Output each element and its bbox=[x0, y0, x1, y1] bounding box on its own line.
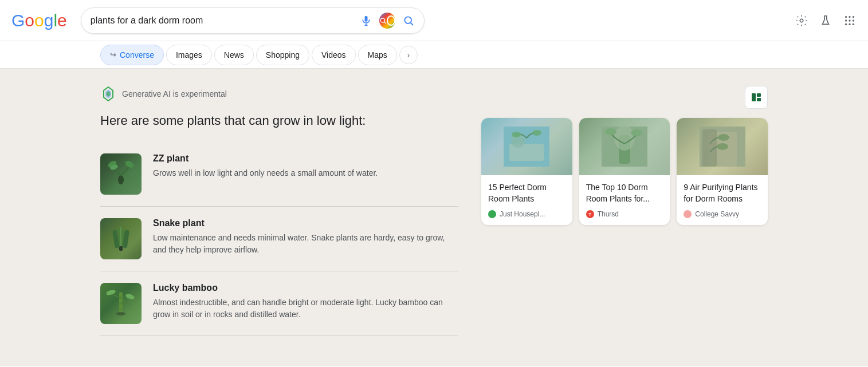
tab-shopping[interactable]: Shopping bbox=[256, 45, 309, 65]
logo-l: l bbox=[53, 11, 57, 30]
svg-rect-36 bbox=[752, 93, 756, 101]
header-right bbox=[795, 14, 857, 27]
card-title-2: The Top 10 Dorm Room Plants for... bbox=[586, 182, 663, 204]
zz-plant-svg bbox=[107, 160, 135, 188]
cards-panel: 15 Perfect Dorm Room Plants Just Housepl… bbox=[481, 86, 768, 349]
card-body-3: 9 Air Purifying Plants for Dorm Rooms Co… bbox=[677, 175, 768, 225]
snake-plant-info: Snake plant Low maintenance and needs mi… bbox=[153, 218, 458, 256]
cards-header bbox=[481, 86, 768, 109]
svg-point-13 bbox=[853, 19, 854, 21]
svg-line-4 bbox=[384, 22, 386, 23]
svg-point-47 bbox=[605, 128, 616, 135]
svg-point-53 bbox=[717, 143, 728, 150]
plant-item-zz[interactable]: ZZ plant Grows well in low light and onl… bbox=[100, 142, 458, 207]
labs-icon[interactable] bbox=[819, 14, 832, 27]
tab-news-label: News bbox=[224, 50, 244, 60]
microphone-icon[interactable] bbox=[360, 14, 372, 27]
bamboo-plant-image bbox=[100, 283, 142, 324]
svg-rect-0 bbox=[364, 15, 367, 21]
zz-plant-image bbox=[100, 153, 142, 195]
card-source-2: T Thursd bbox=[586, 210, 663, 218]
card-img-svg-3 bbox=[700, 127, 745, 167]
card-dorm-plants-3[interactable]: 9 Air Purifying Plants for Dorm Rooms Co… bbox=[677, 118, 768, 225]
logo-o2: o bbox=[34, 11, 44, 30]
svg-rect-38 bbox=[757, 98, 761, 101]
svg-point-20 bbox=[118, 175, 124, 184]
nav-tabs: ↪ Converse Images News Shopping Videos M… bbox=[0, 41, 868, 69]
list-view-icon bbox=[751, 92, 762, 103]
source-label-1: Just Housepl... bbox=[500, 210, 545, 218]
converse-arrow-icon: ↪ bbox=[110, 50, 116, 59]
apps-icon[interactable] bbox=[843, 14, 857, 27]
tab-converse[interactable]: ↪ Converse bbox=[100, 45, 164, 65]
svg-point-7 bbox=[800, 19, 803, 22]
bamboo-plant-svg bbox=[107, 289, 135, 318]
search-button[interactable] bbox=[402, 14, 415, 27]
ai-panel: Generative AI is experimental Here are s… bbox=[100, 86, 458, 349]
tab-images-label: Images bbox=[176, 50, 202, 60]
tab-images[interactable]: Images bbox=[166, 45, 212, 65]
tab-videos[interactable]: Videos bbox=[312, 45, 356, 65]
card-title-3: 9 Air Purifying Plants for Dorm Rooms bbox=[684, 182, 761, 204]
svg-rect-37 bbox=[757, 93, 761, 97]
source-label-2: Thursd bbox=[598, 210, 619, 218]
svg-line-6 bbox=[411, 22, 413, 25]
card-img-svg-2 bbox=[602, 127, 647, 167]
plant-item-bamboo[interactable]: Lucky bamboo Almost indestructible, and … bbox=[100, 271, 458, 336]
google-lens-icon[interactable] bbox=[379, 13, 395, 29]
card-img-svg-1 bbox=[504, 127, 549, 167]
snake-plant-image bbox=[100, 218, 142, 259]
source-label-3: College Savvy bbox=[695, 210, 739, 218]
snake-plant-name: Snake plant bbox=[153, 218, 458, 228]
card-body-1: 15 Perfect Dorm Room Plants Just Housepl… bbox=[481, 175, 572, 225]
google-logo[interactable]: G o o g l e bbox=[11, 11, 67, 30]
svg-point-10 bbox=[853, 15, 854, 17]
svg-point-8 bbox=[845, 15, 847, 17]
source-dot-1 bbox=[488, 210, 496, 218]
zz-plant-desc: Grows well in low light and only needs a… bbox=[153, 167, 458, 179]
tab-shopping-label: Shopping bbox=[266, 50, 300, 60]
card-dorm-plants-2[interactable]: The Top 10 Dorm Room Plants for... T Thu… bbox=[579, 118, 670, 225]
ai-intro-text: Here are some plants that can grow in lo… bbox=[100, 113, 458, 128]
svg-point-15 bbox=[849, 23, 850, 25]
card-source-3: College Savvy bbox=[684, 210, 761, 218]
ai-header: Generative AI is experimental bbox=[100, 86, 458, 102]
ai-experimental-label: Generative AI is experimental bbox=[122, 89, 227, 98]
svg-point-14 bbox=[845, 23, 847, 25]
cards-grid: 15 Perfect Dorm Room Plants Just Housepl… bbox=[481, 118, 768, 225]
svg-point-12 bbox=[849, 19, 850, 21]
card-image-3 bbox=[677, 118, 768, 175]
source-dot-3 bbox=[684, 210, 692, 218]
svg-point-52 bbox=[718, 134, 729, 141]
main-content: Generative AI is experimental Here are s… bbox=[0, 69, 868, 366]
zz-plant-info: ZZ plant Grows well in low light and onl… bbox=[153, 153, 458, 179]
logo-e: e bbox=[57, 11, 67, 30]
card-title-1: 15 Perfect Dorm Room Plants bbox=[488, 182, 565, 204]
tab-maps[interactable]: Maps bbox=[358, 45, 397, 65]
svg-point-34 bbox=[125, 293, 135, 301]
bamboo-plant-desc: Almost indestructible, and can handle br… bbox=[153, 297, 458, 321]
search-bar[interactable] bbox=[81, 7, 425, 34]
card-image-1 bbox=[481, 118, 572, 175]
header: G o o g l e bbox=[0, 0, 868, 41]
card-source-1: Just Housepl... bbox=[488, 210, 565, 218]
source-dot-2: T bbox=[586, 210, 594, 218]
card-dorm-plants-1[interactable]: 15 Perfect Dorm Room Plants Just Housepl… bbox=[481, 118, 572, 225]
tab-news[interactable]: News bbox=[214, 45, 254, 65]
svg-point-11 bbox=[845, 19, 847, 21]
svg-point-48 bbox=[631, 129, 642, 136]
bamboo-plant-info: Lucky bamboo Almost indestructible, and … bbox=[153, 283, 458, 321]
logo-g: G bbox=[11, 11, 25, 30]
card-body-2: The Top 10 Dorm Room Plants for... T Thu… bbox=[579, 175, 670, 225]
svg-point-16 bbox=[853, 23, 854, 25]
search-input[interactable] bbox=[91, 15, 355, 26]
logo-o1: o bbox=[25, 11, 34, 30]
more-tabs-button[interactable]: › bbox=[399, 46, 418, 64]
svg-point-35 bbox=[116, 312, 125, 315]
settings-icon[interactable] bbox=[795, 14, 808, 27]
tab-videos-label: Videos bbox=[321, 50, 346, 60]
svg-point-43 bbox=[532, 130, 541, 136]
plant-item-snake[interactable]: Snake plant Low maintenance and needs mi… bbox=[100, 207, 458, 271]
snake-plant-svg bbox=[107, 224, 135, 253]
list-view-button[interactable] bbox=[745, 86, 768, 109]
